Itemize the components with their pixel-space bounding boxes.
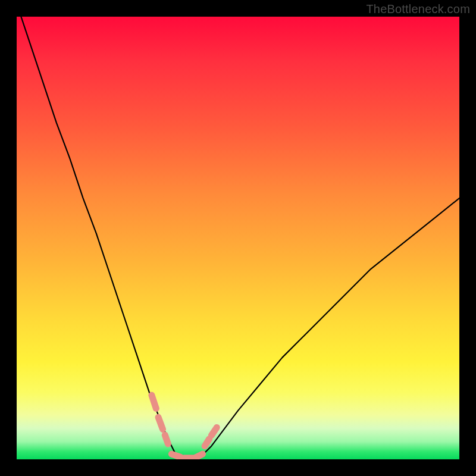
- curve-path: [17, 17, 459, 459]
- frame: TheBottleneck.com: [0, 0, 476, 476]
- marker-segment: [152, 395, 156, 408]
- chart-svg: [17, 17, 459, 459]
- marker-segment: [158, 417, 162, 429]
- watermark-text: TheBottleneck.com: [366, 2, 470, 16]
- marker-segment: [211, 427, 217, 435]
- marker-segment: [205, 439, 209, 446]
- marker-segment: [165, 435, 168, 444]
- plot-area: [17, 17, 459, 459]
- marker-segment: [196, 454, 203, 458]
- trough-markers: [152, 395, 217, 458]
- marker-segment: [171, 454, 180, 457]
